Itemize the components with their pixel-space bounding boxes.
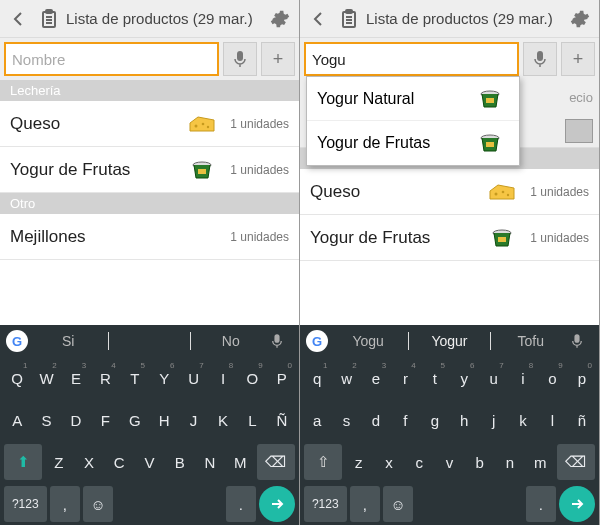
- name-input[interactable]: [12, 51, 211, 68]
- key[interactable]: a: [304, 402, 330, 438]
- key[interactable]: u7: [480, 360, 506, 396]
- key[interactable]: k: [510, 402, 536, 438]
- key[interactable]: Ñ: [269, 402, 295, 438]
- key[interactable]: Z: [45, 444, 72, 480]
- symbols-key[interactable]: ?123: [304, 486, 347, 522]
- key[interactable]: T5: [122, 360, 148, 396]
- list-item[interactable]: Mejillones 1 unidades: [0, 214, 299, 260]
- space-key[interactable]: [116, 486, 222, 522]
- key[interactable]: v: [436, 444, 463, 480]
- kbd-mic-icon[interactable]: [571, 333, 593, 349]
- key[interactable]: H: [151, 402, 177, 438]
- google-icon[interactable]: G: [306, 330, 328, 352]
- key[interactable]: f: [392, 402, 418, 438]
- suggestion[interactable]: Si: [34, 333, 102, 349]
- suggestion[interactable]: Yogur: [415, 333, 483, 349]
- key[interactable]: p0: [569, 360, 595, 396]
- key[interactable]: L: [239, 402, 265, 438]
- key[interactable]: K: [210, 402, 236, 438]
- key[interactable]: d: [363, 402, 389, 438]
- key[interactable]: ñ: [569, 402, 595, 438]
- key[interactable]: J: [180, 402, 206, 438]
- symbols-key[interactable]: ?123: [4, 486, 47, 522]
- key[interactable]: M: [227, 444, 254, 480]
- key[interactable]: P0: [269, 360, 295, 396]
- key[interactable]: Y6: [151, 360, 177, 396]
- enter-key[interactable]: [559, 486, 595, 522]
- key[interactable]: W2: [33, 360, 59, 396]
- key[interactable]: G: [122, 402, 148, 438]
- key[interactable]: s: [333, 402, 359, 438]
- key[interactable]: R4: [92, 360, 118, 396]
- name-input[interactable]: [312, 51, 511, 68]
- key[interactable]: m: [527, 444, 554, 480]
- search-box[interactable]: [4, 42, 219, 76]
- suggestion[interactable]: Yogu: [334, 333, 402, 349]
- key[interactable]: c: [406, 444, 433, 480]
- key[interactable]: X: [75, 444, 102, 480]
- key[interactable]: o9: [539, 360, 565, 396]
- google-icon[interactable]: G: [6, 330, 28, 352]
- key[interactable]: A: [4, 402, 30, 438]
- period-key[interactable]: .: [226, 486, 256, 522]
- key[interactable]: V: [136, 444, 163, 480]
- suggestion[interactable]: Tofu: [497, 333, 565, 349]
- key[interactable]: S: [33, 402, 59, 438]
- key[interactable]: w2: [333, 360, 359, 396]
- suggestion[interactable]: No: [197, 333, 265, 349]
- list-item[interactable]: Queso 1 unidades: [300, 169, 599, 215]
- key[interactable]: g: [422, 402, 448, 438]
- key[interactable]: O9: [239, 360, 265, 396]
- key[interactable]: C: [106, 444, 133, 480]
- key[interactable]: l: [539, 402, 565, 438]
- key[interactable]: h: [451, 402, 477, 438]
- emoji-key[interactable]: ☺: [83, 486, 113, 522]
- key[interactable]: b: [466, 444, 493, 480]
- key[interactable]: q1: [304, 360, 330, 396]
- shift-key[interactable]: ⇧: [304, 444, 342, 480]
- shift-key[interactable]: ⬆: [4, 444, 42, 480]
- comma-key[interactable]: ,: [50, 486, 80, 522]
- backspace-key[interactable]: ⌫: [557, 444, 595, 480]
- key[interactable]: e3: [363, 360, 389, 396]
- mic-icon[interactable]: [523, 42, 557, 76]
- list-item[interactable]: Queso 1 unidades: [0, 101, 299, 147]
- key[interactable]: N: [196, 444, 223, 480]
- keyboard[interactable]: G Yogu Yogur Tofu q1 w2 e3 r4 t5 y6 u7 i…: [300, 325, 599, 525]
- key[interactable]: U7: [180, 360, 206, 396]
- space-key[interactable]: [416, 486, 522, 522]
- enter-key[interactable]: [259, 486, 295, 522]
- add-button[interactable]: +: [261, 42, 295, 76]
- back-icon[interactable]: [4, 4, 34, 34]
- period-key[interactable]: .: [526, 486, 556, 522]
- key[interactable]: F: [92, 402, 118, 438]
- key[interactable]: D: [63, 402, 89, 438]
- dropdown-item[interactable]: Yogur de Frutas: [307, 121, 519, 165]
- key[interactable]: B: [166, 444, 193, 480]
- list-item[interactable]: Yogur de Frutas 1 unidades: [0, 147, 299, 193]
- dropdown-item[interactable]: Yogur Natural: [307, 77, 519, 121]
- key[interactable]: Q1: [4, 360, 30, 396]
- key[interactable]: r4: [392, 360, 418, 396]
- mic-icon[interactable]: [223, 42, 257, 76]
- key[interactable]: n: [496, 444, 523, 480]
- key[interactable]: y6: [451, 360, 477, 396]
- key[interactable]: x: [375, 444, 402, 480]
- emoji-key[interactable]: ☺: [383, 486, 413, 522]
- key[interactable]: E3: [63, 360, 89, 396]
- key[interactable]: t5: [422, 360, 448, 396]
- search-box[interactable]: [304, 42, 519, 76]
- keyboard[interactable]: G Si No Q1 W2 E3 R4 T5 Y6 U7 I8 O9 P0 A …: [0, 325, 299, 525]
- gear-icon[interactable]: [565, 4, 595, 34]
- add-button[interactable]: +: [561, 42, 595, 76]
- comma-key[interactable]: ,: [350, 486, 380, 522]
- back-icon[interactable]: [304, 4, 334, 34]
- backspace-key[interactable]: ⌫: [257, 444, 295, 480]
- key[interactable]: i8: [510, 360, 536, 396]
- key[interactable]: j: [480, 402, 506, 438]
- key[interactable]: I8: [210, 360, 236, 396]
- kbd-mic-icon[interactable]: [271, 333, 293, 349]
- image-placeholder-icon[interactable]: [565, 119, 593, 143]
- gear-icon[interactable]: [265, 4, 295, 34]
- key[interactable]: z: [345, 444, 372, 480]
